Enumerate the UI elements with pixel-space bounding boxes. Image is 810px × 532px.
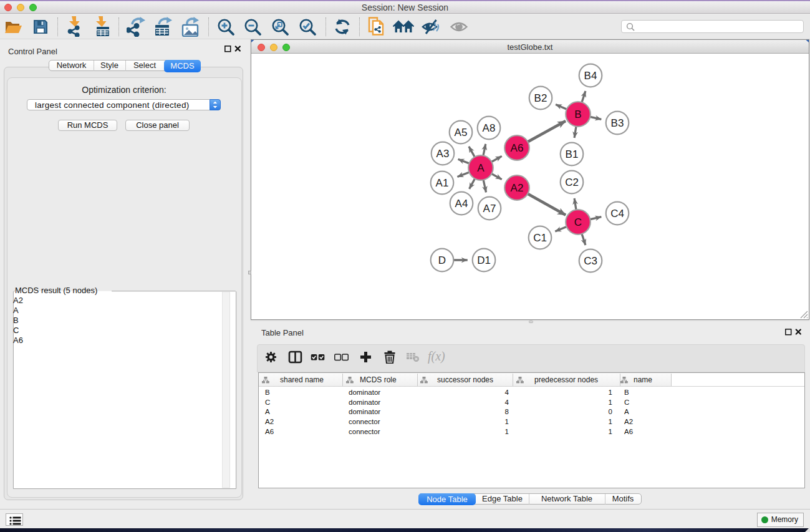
- svg-text:A8: A8: [483, 122, 496, 134]
- svg-text:C3: C3: [584, 255, 597, 267]
- svg-text:C4: C4: [610, 208, 624, 220]
- svg-text:C: C: [574, 216, 582, 228]
- svg-text:B: B: [574, 109, 581, 120]
- svg-text:B4: B4: [584, 70, 597, 82]
- svg-text:D: D: [438, 254, 446, 266]
- svg-text:A6: A6: [511, 142, 524, 154]
- svg-text:A7: A7: [483, 203, 496, 215]
- svg-text:B1: B1: [566, 148, 579, 160]
- svg-text:A: A: [477, 162, 485, 174]
- svg-text:D1: D1: [477, 254, 491, 266]
- svg-text:A1: A1: [436, 177, 449, 189]
- svg-text:C2: C2: [565, 177, 579, 188]
- svg-text:A2: A2: [511, 182, 524, 194]
- svg-text:B3: B3: [611, 117, 624, 129]
- svg-text:A4: A4: [455, 198, 468, 210]
- svg-text:A3: A3: [436, 148, 450, 160]
- svg-text:B2: B2: [534, 92, 547, 104]
- svg-text:A5: A5: [455, 127, 468, 138]
- svg-text:C1: C1: [533, 232, 547, 244]
